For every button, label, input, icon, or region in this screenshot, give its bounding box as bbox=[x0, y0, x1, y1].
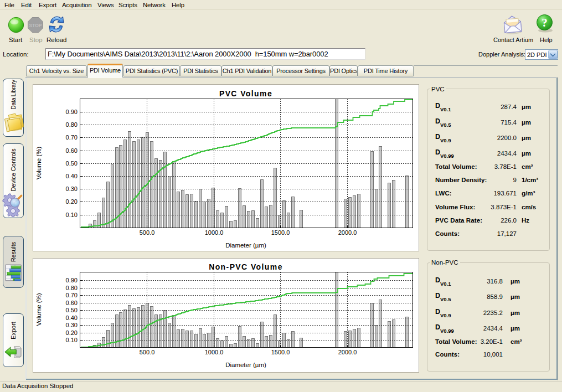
svg-text:0.40: 0.40 bbox=[66, 314, 78, 321]
svg-text:0.30: 0.30 bbox=[66, 185, 78, 192]
svg-text:0.90: 0.90 bbox=[66, 277, 78, 283]
svg-text:0.60: 0.60 bbox=[66, 147, 78, 154]
svg-text:0.20: 0.20 bbox=[66, 198, 78, 205]
svg-text:0.80: 0.80 bbox=[66, 285, 78, 291]
svg-text:1000.0: 1000.0 bbox=[205, 349, 224, 355]
svg-text:0.30: 0.30 bbox=[66, 322, 78, 328]
svg-text:0.50: 0.50 bbox=[66, 307, 78, 313]
svg-text:PVC Volume: PVC Volume bbox=[219, 89, 272, 98]
svg-text:Diameter (µm): Diameter (µm) bbox=[225, 362, 266, 368]
svg-text:0.60: 0.60 bbox=[66, 300, 78, 306]
svg-text:Volume (%): Volume (%) bbox=[35, 147, 42, 180]
svg-text:0.50: 0.50 bbox=[66, 160, 78, 167]
svg-text:STOP: STOP bbox=[29, 23, 42, 28]
svg-text:Diameter (µm): Diameter (µm) bbox=[225, 242, 266, 249]
svg-text:1500.0: 1500.0 bbox=[271, 229, 290, 236]
svg-text:1000.0: 1000.0 bbox=[205, 229, 224, 236]
svg-text:500.0: 500.0 bbox=[140, 229, 155, 236]
svg-text:0.70: 0.70 bbox=[66, 292, 78, 298]
svg-text:0.40: 0.40 bbox=[66, 173, 78, 179]
svg-text:0.20: 0.20 bbox=[66, 329, 78, 336]
svg-text:0.10: 0.10 bbox=[66, 337, 78, 343]
svg-text:0.10: 0.10 bbox=[66, 212, 78, 218]
svg-text:Volume (%): Volume (%) bbox=[35, 293, 42, 326]
svg-text:0.70: 0.70 bbox=[66, 134, 78, 141]
svg-text:1500.0: 1500.0 bbox=[271, 349, 290, 355]
svg-text:500.0: 500.0 bbox=[140, 349, 155, 355]
svg-text:Non-PVC Volume: Non-PVC Volume bbox=[209, 262, 283, 271]
svg-text:?: ? bbox=[542, 16, 548, 29]
svg-text:0.80: 0.80 bbox=[66, 121, 78, 128]
svg-text:0.90: 0.90 bbox=[66, 109, 78, 115]
svg-text:2000.0: 2000.0 bbox=[338, 229, 357, 236]
svg-text:2000.0: 2000.0 bbox=[338, 349, 357, 355]
